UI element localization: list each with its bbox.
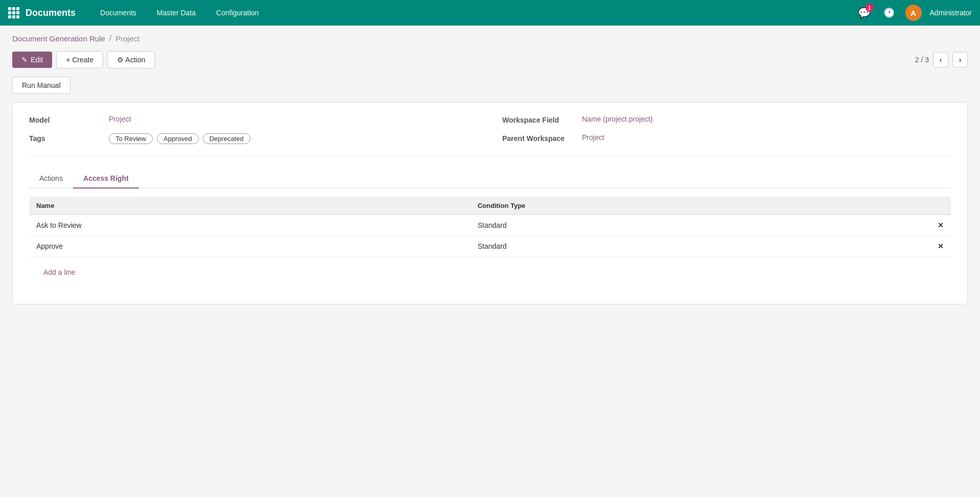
nav-configuration[interactable]: Configuration xyxy=(208,5,267,21)
row-name-approve[interactable]: Approve xyxy=(29,236,471,257)
table-row: Ask to Review Standard ✕ xyxy=(29,215,951,236)
row-condition-type-0: Standard xyxy=(471,215,930,236)
delete-icon[interactable]: ✕ xyxy=(938,221,944,229)
workspace-field-label: Workspace Field xyxy=(502,115,574,124)
app-title: Documents xyxy=(26,8,76,18)
tags-row: Tags To Review Approved Deprecated xyxy=(29,133,478,144)
top-menu: Documents Master Data Configuration xyxy=(92,5,856,21)
action-button[interactable]: ⚙ Action xyxy=(107,51,155,68)
toolbar: ✎ Edit + Create ⚙ Action 2 / 3 ‹ › xyxy=(12,51,968,68)
row-delete-1[interactable]: ✕ xyxy=(930,236,951,257)
row-condition-type-1: Standard xyxy=(471,236,930,257)
notification-badge: 1 xyxy=(866,4,874,12)
notification-button[interactable]: 💬 1 xyxy=(856,5,873,21)
breadcrumb-separator: / xyxy=(109,34,111,43)
workspace-field-row: Workspace Field Name (project.project) xyxy=(502,115,951,124)
edit-label: Edit xyxy=(31,56,43,64)
pagination-text: 2 / 3 xyxy=(915,56,929,64)
edit-icon: ✎ xyxy=(21,56,28,64)
model-value[interactable]: Project xyxy=(109,115,131,123)
parent-workspace-row: Parent Workspace Project xyxy=(502,133,951,143)
tag-to-review[interactable]: To Review xyxy=(109,133,153,144)
next-page-button[interactable]: › xyxy=(952,52,968,67)
row-delete-0[interactable]: ✕ xyxy=(930,215,951,236)
table-header-row: Name Condition Type xyxy=(29,197,951,215)
row-name-ask-to-review[interactable]: Ask to Review xyxy=(29,215,471,236)
pagination: 2 / 3 ‹ › xyxy=(915,52,968,67)
tab-bar: Actions Access Right xyxy=(29,169,951,188)
tab-actions[interactable]: Actions xyxy=(29,169,73,188)
next-icon: › xyxy=(959,56,962,64)
add-line-cell: Add a line xyxy=(29,257,951,288)
nav-master-data[interactable]: Master Data xyxy=(149,5,204,21)
form-section: Model Project Tags To Review Approved De… xyxy=(29,115,951,157)
workspace-field-value[interactable]: Name (project.project) xyxy=(582,115,653,123)
col-header-name: Name xyxy=(29,197,471,215)
prev-page-button[interactable]: ‹ xyxy=(933,52,948,67)
admin-name[interactable]: Administrator xyxy=(930,9,972,17)
add-line-row: Add a line xyxy=(29,257,951,288)
create-button[interactable]: + Create xyxy=(56,51,103,68)
add-line-button[interactable]: Add a line xyxy=(36,263,82,281)
form-left: Model Project Tags To Review Approved De… xyxy=(29,115,478,144)
breadcrumb-current: Project xyxy=(115,34,139,43)
avatar[interactable]: A xyxy=(905,5,922,21)
col-header-delete xyxy=(930,197,951,215)
edit-button[interactable]: ✎ Edit xyxy=(12,52,52,68)
nav-documents[interactable]: Documents xyxy=(92,5,145,21)
content-area: Document Generation Rule / Project ✎ Edi… xyxy=(0,26,980,313)
model-row: Model Project xyxy=(29,115,478,124)
form-right: Workspace Field Name (project.project) P… xyxy=(502,115,951,144)
tags-label: Tags xyxy=(29,133,101,143)
topnav-right-section: 💬 1 🕐 A Administrator xyxy=(856,5,972,21)
clock-button[interactable]: 🕐 xyxy=(881,5,897,21)
action-label: ⚙ Action xyxy=(117,56,145,64)
create-label: + Create xyxy=(66,56,94,64)
table-row: Approve Standard ✕ xyxy=(29,236,951,257)
clock-icon: 🕐 xyxy=(883,7,895,18)
model-label: Model xyxy=(29,115,101,124)
delete-icon[interactable]: ✕ xyxy=(938,242,944,250)
tab-access-right[interactable]: Access Right xyxy=(73,169,139,188)
parent-workspace-value[interactable]: Project xyxy=(582,133,604,141)
prev-icon: ‹ xyxy=(940,56,942,64)
tag-deprecated[interactable]: Deprecated xyxy=(203,133,250,144)
col-header-condition-type: Condition Type xyxy=(471,197,930,215)
record-card: Model Project Tags To Review Approved De… xyxy=(12,102,968,304)
breadcrumb-link[interactable]: Document Generation Rule xyxy=(12,34,105,43)
tags-container: To Review Approved Deprecated xyxy=(109,133,250,144)
tag-approved[interactable]: Approved xyxy=(157,133,199,144)
breadcrumb: Document Generation Rule / Project xyxy=(12,34,968,43)
run-manual-button[interactable]: Run Manual xyxy=(12,77,71,94)
actions-table: Name Condition Type Ask to Review Standa… xyxy=(29,197,951,288)
top-navigation: Documents Documents Master Data Configur… xyxy=(0,0,980,26)
parent-workspace-label: Parent Workspace xyxy=(502,133,574,143)
apps-menu-icon[interactable] xyxy=(8,7,19,18)
